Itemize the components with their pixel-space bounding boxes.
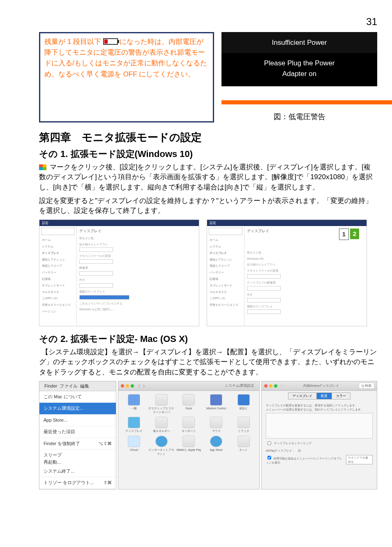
sidebar-item[interactable]: タブレットモード — [41, 282, 75, 289]
monitor-arrange-area[interactable] — [266, 413, 373, 439]
win-label: テキストスケールの変更 — [247, 269, 364, 273]
sidebar-item[interactable]: 通知とアクション — [41, 256, 75, 263]
max-dot[interactable] — [274, 384, 277, 388]
pref-icon[interactable]: キーボード — [175, 417, 202, 433]
menu-item[interactable]: システム終了... — [39, 466, 116, 477]
sidebar-item[interactable]: マルチタスク — [41, 289, 75, 295]
sidebar-item[interactable]: 共有エクスペリエンス — [41, 302, 75, 308]
pref-icon[interactable]: App Store — [203, 436, 230, 456]
pref-icon[interactable]: インターネットアカウント — [148, 436, 175, 456]
airplay-row[interactable]: AirPlayディスプレイ： 切 — [266, 449, 301, 452]
sidebar-item[interactable]: 共有エクスペリエンス — [209, 302, 242, 308]
menubar-mirror-checkbox[interactable] — [267, 456, 271, 459]
sidebar-item[interactable]: このPCへの — [41, 295, 75, 302]
win-field[interactable] — [247, 274, 281, 279]
sidebar-item[interactable]: システム — [209, 243, 242, 250]
close-dot[interactable] — [264, 384, 267, 388]
win-field[interactable] — [247, 309, 281, 314]
menubar-file[interactable]: ファイル — [60, 383, 78, 389]
sidebar-item[interactable]: ホーム — [209, 237, 242, 243]
sidebar-item[interactable]: マルチタスク — [209, 289, 242, 295]
nav-back[interactable]: ‹ › — [138, 381, 145, 391]
sidebar-item[interactable]: タブレットモード — [209, 282, 242, 289]
sidebar-item[interactable]: 通知とアクション — [209, 256, 242, 263]
sidebar-item[interactable]: 電源とスリープ — [209, 263, 242, 269]
win-search[interactable] — [41, 228, 75, 235]
sidebar-item[interactable]: このPCへの — [209, 295, 242, 302]
menu-item[interactable]: Finder を強制終了⌥⇧⌘ — [39, 438, 116, 450]
pref-icon[interactable]: iCloud — [121, 436, 148, 456]
win-field[interactable] — [247, 298, 281, 302]
pref-icon[interactable]: Walletと Apple Pay — [175, 436, 202, 456]
win-main-right: ディスプレイ 1 2 明るさと色 Windows HD 拡大縮小とレイアウト テ… — [244, 226, 367, 326]
disp-msg2: メニューバーの位置を変更するには、別のディスプレイにドラッグします。 — [266, 408, 373, 412]
tab-arrange[interactable]: 配置 — [316, 392, 332, 399]
menubar-edit[interactable]: 編集 — [80, 383, 89, 389]
sidebar-item[interactable]: ディスプレイ — [41, 250, 75, 256]
win-label: 明るさと色 — [247, 251, 364, 255]
max-dot[interactable] — [131, 384, 134, 388]
dark-box-2: Please Plug the Power Adapter on — [221, 53, 377, 86]
pref-icon[interactable]: デスクトップとスクリーンセーバ — [148, 394, 175, 415]
disp-search[interactable]: Q 検索 — [359, 383, 374, 389]
pref-icon-display[interactable]: ディスプレイ — [121, 417, 148, 433]
menu-item[interactable]: 最近使った項目 — [39, 426, 116, 438]
sidebar-item[interactable]: 記憶域 — [209, 276, 242, 282]
panel-title: システム環境設定 — [147, 383, 257, 388]
tab-color[interactable]: カラー — [332, 392, 350, 399]
paragraph-3-text: 【システム環境設定】を選択→【ディスプレイ】を選択→【配置】を選択し、「ディスプ… — [39, 348, 377, 376]
sidebar-item[interactable]: 電源とスリープ — [41, 263, 75, 269]
sidebar-item[interactable]: ホーム — [41, 237, 75, 243]
pref-icon[interactable]: Dock — [175, 394, 202, 415]
win-field[interactable] — [79, 259, 113, 264]
warning-box: 残量が 1 段目以下 になった時は、内部電圧が降下してモニタに定電圧の警告が表示… — [39, 32, 214, 122]
pref-icon[interactable]: 一般 — [121, 394, 148, 415]
menu-item[interactable]: トリゾー をログアウト...⇧⌘ — [39, 477, 116, 489]
win-field[interactable] — [247, 286, 281, 291]
win-field[interactable] — [79, 283, 113, 288]
paragraph-1-text: マークをクリック後、[設定]をクリックします。[システム]を選択後、[ディスプレ… — [39, 163, 373, 191]
sidebar-item[interactable]: バッテリー — [41, 269, 75, 276]
dark-box-1: Insufficient Power — [221, 32, 377, 53]
pref-icon[interactable]: 言語と — [230, 394, 257, 415]
gather-windows-button[interactable]: ウインドウを集める — [346, 455, 373, 465]
pref-icon[interactable]: ネット — [230, 436, 257, 456]
menu-item[interactable]: App Store... — [39, 415, 116, 426]
figure-caption: 図：低電圧警告 — [221, 112, 377, 122]
min-dot[interactable] — [126, 384, 129, 388]
sidebar-item[interactable]: バッテリー — [209, 269, 242, 276]
mac-icon-grid: 一般 デスクトップとスクリーンセーバ Dock Mission Control … — [118, 391, 259, 459]
min-dot[interactable] — [269, 384, 272, 388]
win-label: 拡大縮小とレイアウト — [79, 242, 196, 247]
sidebar-item[interactable]: バージョン — [41, 308, 75, 315]
mirror-checkbox[interactable] — [267, 441, 271, 445]
callout-1: 1 — [339, 228, 349, 240]
win-label: 明るさと色 — [79, 236, 196, 240]
sidebar-item[interactable]: ディスプレイ — [209, 250, 242, 256]
close-dot[interactable] — [121, 384, 124, 388]
menubar-finder[interactable]: Finder — [44, 383, 57, 389]
win-label: これをメインディスプレイにする — [79, 302, 196, 306]
win-label: Windows HD — [247, 257, 364, 261]
tab-display[interactable]: ディスプレイ — [288, 392, 317, 399]
mirror-label: ディスプレイをミラーリング — [274, 441, 311, 445]
win-label: テキストスケールの変更 — [79, 254, 196, 258]
pref-icon[interactable]: トラック — [230, 417, 257, 433]
win-field-hl[interactable] — [79, 295, 129, 300]
win-search[interactable] — [209, 228, 242, 235]
win-field[interactable] — [79, 247, 113, 252]
win-field[interactable] — [79, 271, 113, 276]
win-label: ディスプレイの解像度 — [247, 281, 364, 285]
menu-item[interactable]: 再起動... — [39, 458, 116, 465]
pref-icon[interactable]: Mission Control — [203, 394, 230, 415]
nav-back[interactable]: ‹ › — [281, 383, 284, 388]
pref-icon[interactable]: 省エネルギー — [148, 417, 175, 433]
win-heading: ディスプレイ — [79, 228, 196, 234]
pref-icon[interactable]: マウス — [203, 417, 230, 433]
sidebar-item[interactable]: 記憶域 — [41, 276, 75, 282]
menu-item-syspref[interactable]: システム環境設定... — [39, 403, 116, 414]
menu-item[interactable]: この Mac について — [39, 391, 116, 403]
warning-text-1: 残量が 1 段目以下 — [44, 38, 101, 46]
menu-item[interactable]: スリープ — [39, 450, 116, 458]
sidebar-item[interactable]: システム — [41, 243, 75, 250]
